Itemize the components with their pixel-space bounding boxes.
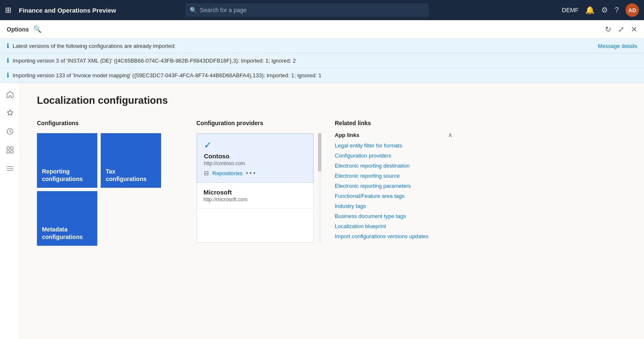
main-content: Localization configurations Configuratio…	[20, 83, 644, 339]
link-business-doc-tags[interactable]: Business document type tags	[335, 213, 406, 219]
list-item: Electronic reporting parameters	[335, 182, 452, 189]
chevron-up-icon[interactable]: ∧	[448, 131, 452, 138]
list-item: Electronic reporting source	[335, 172, 452, 179]
link-er-source[interactable]: Electronic reporting source	[335, 173, 400, 179]
configurations-section: Configurations Reporting configurations …	[37, 120, 180, 246]
svg-rect-3	[7, 151, 9, 153]
info-icon-top: ℹ	[7, 42, 9, 50]
close-icon[interactable]: ✕	[631, 25, 637, 34]
import2-text: Importing version 133 of 'Invoice model …	[13, 72, 321, 79]
help-question-icon[interactable]: ?	[615, 6, 619, 15]
providers-heading: Configuration providers	[196, 120, 318, 126]
sidebar-item-home[interactable]	[2, 86, 18, 103]
company-selector[interactable]: DEMF	[562, 7, 579, 13]
app-links-label: App links	[335, 132, 360, 138]
list-item: Electronic reporting destination	[335, 162, 452, 169]
list-item: Localization blueprint	[335, 222, 452, 230]
sidebar-item-workspaces[interactable]	[2, 142, 18, 158]
search-bar[interactable]: 🔍	[185, 3, 429, 17]
link-legal-entity[interactable]: Legal entity filter for formats	[335, 142, 402, 149]
notification-import1: ℹ Importing version 3 of 'INSTAT XML (DE…	[0, 53, 644, 68]
provider-scrollbar-thumb	[318, 133, 321, 171]
provider-microsoft[interactable]: Microsoft http://microsoft.com	[197, 183, 313, 209]
repositories-icon: ⊟	[204, 170, 209, 176]
top-nav-right: DEMF 🔔 ⚙ ? AD	[562, 3, 639, 17]
provider-microsoft-url: http://microsoft.com	[203, 197, 307, 202]
app-links-header: App links ∧	[335, 131, 452, 138]
svg-rect-4	[10, 151, 13, 153]
user-avatar[interactable]: AD	[626, 3, 639, 17]
list-item: Import configurations versions updates	[335, 232, 452, 240]
sidebar-item-recent[interactable]	[2, 123, 18, 140]
list-item: Configuration providers	[335, 152, 452, 159]
notification-top: ℹ Latest versions of the following confi…	[0, 39, 644, 53]
search-icon: 🔍	[190, 7, 197, 13]
sidebar-item-modules[interactable]	[2, 160, 18, 177]
provider-microsoft-name: Microsoft	[203, 189, 307, 196]
info-icon-1: ℹ	[7, 57, 9, 64]
tile-metadata[interactable]: Metadata configurations	[37, 191, 97, 246]
provider-contoso-actions: ⊟ Repositories • • •	[204, 170, 306, 176]
tile-reporting[interactable]: Reporting configurations	[37, 133, 97, 188]
provider-contoso-url: http://contoso.com	[204, 160, 306, 166]
options-right-icons: ↻ ⤢ ✕	[605, 25, 637, 34]
notification-top-text: Latest versions of the following configu…	[13, 43, 176, 49]
providers-section: Configuration providers ✓ Contoso http:/…	[196, 120, 318, 243]
page-title: Localization configurations	[37, 95, 627, 106]
link-er-destination[interactable]: Electronic reporting destination	[335, 163, 410, 169]
message-details-link[interactable]: Message details	[598, 43, 637, 49]
provider-scrollbar[interactable]	[318, 133, 321, 243]
left-sidebar	[0, 83, 20, 339]
provider-list: ✓ Contoso http://contoso.com ⊟ Repositor…	[196, 133, 314, 243]
import1-text: Importing version 3 of 'INSTAT XML (DE)'…	[13, 58, 296, 64]
link-localization-blueprint[interactable]: Localization blueprint	[335, 223, 386, 229]
list-item: Legal entity filter for formats	[335, 142, 452, 149]
link-config-providers[interactable]: Configuration providers	[335, 152, 391, 159]
expand-icon[interactable]: ⤢	[618, 25, 624, 34]
sections-row: Configurations Reporting configurations …	[37, 120, 627, 246]
sidebar-item-favorites[interactable]	[2, 105, 18, 121]
top-navigation: ⊞ Finance and Operations Preview 🔍 DEMF …	[0, 0, 644, 20]
provider-contoso-name: Contoso	[204, 152, 306, 160]
search-input[interactable]	[200, 7, 425, 13]
options-search-icon[interactable]: 🔍	[33, 25, 42, 33]
more-options-icon[interactable]: • • •	[246, 170, 255, 176]
repositories-link[interactable]: Repositories	[212, 170, 242, 176]
related-links-title: Related links	[335, 120, 452, 126]
app-title: Finance and Operations Preview	[19, 7, 116, 14]
link-functional-feature[interactable]: Functional/Feature area tags	[335, 193, 404, 199]
tile-tax[interactable]: Tax configurations	[101, 133, 161, 188]
list-item: Functional/Feature area tags	[335, 192, 452, 200]
configurations-heading: Configurations	[37, 120, 180, 126]
refresh-icon[interactable]: ↻	[605, 25, 611, 34]
provider-contoso[interactable]: ✓ Contoso http://contoso.com ⊟ Repositor…	[197, 134, 313, 183]
check-mark-icon: ✓	[204, 140, 306, 151]
notification-import2: ℹ Importing version 133 of 'Invoice mode…	[0, 68, 644, 83]
provider-list-empty	[197, 209, 313, 242]
options-bar: Options 🔍 ↻ ⤢ ✕	[0, 20, 644, 39]
link-import-configs[interactable]: Import configurations versions updates	[335, 233, 428, 239]
app-links-list: Legal entity filter for formats Configur…	[335, 142, 452, 240]
svg-rect-2	[10, 147, 13, 150]
related-links-section: Related links App links ∧ Legal entity f…	[335, 120, 452, 242]
link-industry-tags[interactable]: Industry tags	[335, 203, 366, 209]
link-er-parameters[interactable]: Electronic reporting parameters	[335, 183, 411, 189]
svg-rect-1	[7, 147, 9, 150]
notification-bell-icon[interactable]: 🔔	[585, 5, 594, 15]
list-item: Business document type tags	[335, 212, 452, 220]
grid-icon[interactable]: ⊞	[5, 5, 11, 15]
settings-gear-icon[interactable]: ⚙	[601, 5, 608, 15]
config-tiles: Reporting configurations Tax configurati…	[37, 133, 180, 246]
info-icon-2: ℹ	[7, 71, 9, 79]
list-item: Industry tags	[335, 202, 452, 210]
options-label: Options	[7, 26, 29, 33]
